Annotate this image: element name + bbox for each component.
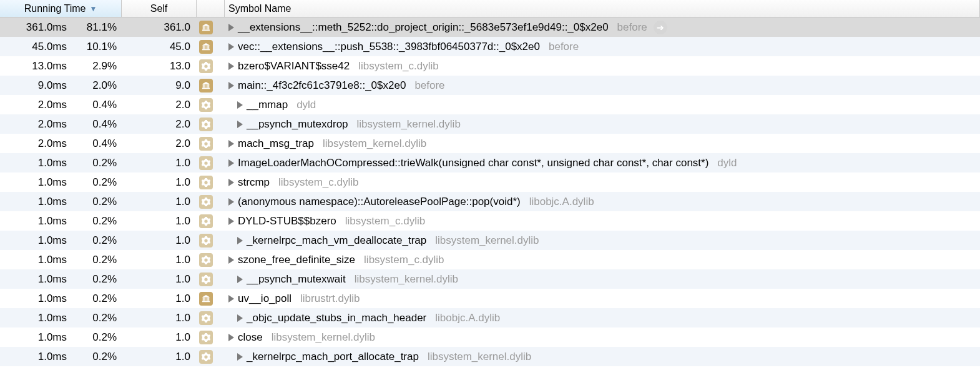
running-time-ms: 2.0ms [17, 118, 73, 131]
table-row[interactable]: 1.0ms0.2%1.0ImageLoaderMachOCompressed::… [0, 153, 980, 172]
table-row[interactable]: 1.0ms0.2%1.0DYLD-STUB$$bzerolibsystem_c.… [0, 211, 980, 231]
gear-icon [199, 253, 213, 267]
cell-self: 1.0 [122, 234, 197, 247]
running-time-ms: 1.0ms [17, 331, 73, 344]
running-time-pct: 0.2% [73, 331, 117, 344]
symbol-library: libsystem_kernel.dylib [355, 273, 458, 286]
running-time-ms: 2.0ms [17, 138, 73, 150]
running-time-ms: 1.0ms [17, 176, 73, 189]
symbol-name: DYLD-STUB$$bzero [238, 215, 336, 228]
svg-rect-9 [207, 45, 208, 49]
symbol-name: ImageLoaderMachOCompressed::trieWalk(uns… [238, 157, 708, 169]
cell-symbol: closelibsystem_kernel.dylib [225, 331, 980, 344]
disclosure-triangle-icon[interactable] [228, 179, 234, 186]
running-time-ms: 361.0ms [17, 21, 73, 34]
table-body: 361.0ms81.1%361.0__extensions__::meth_52… [0, 18, 980, 366]
cell-running-time: 1.0ms0.2% [0, 234, 122, 247]
app-icon [199, 40, 213, 54]
symbol-library: libsystem_c.dylib [358, 60, 439, 72]
cell-library-icon [197, 40, 225, 54]
svg-marker-17 [202, 81, 210, 84]
symbol-name: main::_4f3c2fc61c3791e8::_0$x2e0 [238, 79, 406, 92]
cell-symbol: main::_4f3c2fc61c3791e8::_0$x2e0before [225, 79, 980, 92]
cell-symbol: ImageLoaderMachOCompressed::trieWalk(uns… [225, 157, 980, 169]
cell-self: 361.0 [122, 21, 197, 34]
disclosure-triangle-icon[interactable] [237, 237, 243, 244]
svg-marker-5 [202, 23, 210, 26]
symbol-name: strcmp [238, 176, 270, 189]
table-row[interactable]: 45.0ms10.1%45.0vec::__extensions__::push… [0, 37, 980, 56]
cell-library-icon [197, 118, 225, 131]
disclosure-triangle-icon[interactable] [228, 256, 234, 264]
table-row[interactable]: 1.0ms0.2%1.0(anonymous namespace)::Autor… [0, 192, 980, 211]
table-row[interactable]: 1.0ms0.2%1.0szone_free_definite_sizelibs… [0, 250, 980, 269]
table-row[interactable]: 1.0ms0.2%1.0closelibsystem_kernel.dylib [0, 328, 980, 347]
cell-running-time: 45.0ms10.1% [0, 41, 122, 53]
running-time-pct: 0.2% [73, 351, 117, 363]
svg-marker-11 [202, 42, 210, 45]
svg-marker-23 [202, 294, 210, 297]
svg-rect-19 [203, 297, 204, 301]
focus-arrow-icon[interactable]: ➔ [654, 21, 667, 34]
disclosure-triangle-icon[interactable] [237, 276, 243, 283]
table-row[interactable]: 361.0ms81.1%361.0__extensions__::meth_52… [0, 18, 980, 37]
table-row[interactable]: 2.0ms0.4%2.0mach_msg_traplibsystem_kerne… [0, 134, 980, 153]
running-time-pct: 0.4% [73, 138, 117, 150]
disclosure-triangle-icon[interactable] [228, 159, 234, 167]
table-row[interactable]: 2.0ms0.4%2.0__mmapdyld [0, 95, 980, 114]
cell-library-icon [197, 59, 225, 73]
header-running-time-label: Running Time [24, 3, 86, 14]
symbol-name: _kernelrpc_mach_port_allocate_trap [247, 351, 419, 363]
disclosure-triangle-icon[interactable] [228, 82, 234, 89]
table-row[interactable]: 1.0ms0.2%1.0strcmplibsystem_c.dylib [0, 172, 980, 192]
symbol-library: dyld [717, 157, 737, 169]
running-time-pct: 10.1% [73, 41, 117, 53]
disclosure-triangle-icon[interactable] [228, 62, 234, 70]
table-row[interactable]: 1.0ms0.2%1.0_kernelrpc_mach_vm_deallocat… [0, 231, 980, 250]
header-running-time[interactable]: Running Time ▼ [0, 0, 122, 17]
running-time-pct: 0.2% [73, 254, 117, 266]
profiler-table: Running Time ▼ Self Symbol Name 361.0ms8… [0, 0, 980, 366]
header-symbol-name[interactable]: Symbol Name [225, 0, 980, 17]
table-row[interactable]: 1.0ms0.2%1.0_kernelrpc_mach_port_allocat… [0, 347, 980, 366]
disclosure-triangle-icon[interactable] [228, 334, 234, 341]
disclosure-triangle-icon[interactable] [228, 140, 234, 148]
svg-rect-20 [204, 297, 205, 301]
cell-library-icon [197, 176, 225, 189]
table-row[interactable]: 13.0ms2.9%13.0bzero$VARIANT$sse42libsyst… [0, 56, 980, 76]
table-row[interactable]: 9.0ms2.0%9.0main::_4f3c2fc61c3791e8::_0$… [0, 76, 980, 95]
symbol-name: _kernelrpc_mach_vm_deallocate_trap [247, 234, 426, 247]
cell-running-time: 1.0ms0.2% [0, 331, 122, 344]
symbol-library: libsystem_kernel.dylib [357, 118, 461, 131]
symbol-name: __psynch_mutexdrop [247, 118, 348, 131]
svg-rect-22 [208, 297, 210, 301]
running-time-ms: 45.0ms [17, 41, 73, 53]
cell-running-time: 1.0ms0.2% [0, 215, 122, 228]
disclosure-triangle-icon[interactable] [237, 121, 243, 128]
cell-symbol: __psynch_mutexwaitlibsystem_kernel.dylib [225, 273, 980, 286]
cell-self: 1.0 [122, 196, 197, 208]
disclosure-triangle-icon[interactable] [237, 101, 243, 109]
cell-self: 2.0 [122, 138, 197, 150]
cell-self: 1.0 [122, 254, 197, 266]
cell-library-icon [197, 214, 225, 228]
cell-self: 1.0 [122, 176, 197, 189]
gear-icon [199, 137, 213, 151]
header-self[interactable]: Self [122, 0, 197, 17]
disclosure-triangle-icon[interactable] [237, 353, 243, 361]
table-row[interactable]: 1.0ms0.2%1.0__psynch_mutexwaitlibsystem_… [0, 269, 980, 289]
table-row[interactable]: 2.0ms0.4%2.0__psynch_mutexdroplibsystem_… [0, 114, 980, 134]
running-time-ms: 1.0ms [17, 196, 73, 208]
table-row[interactable]: 1.0ms0.2%1.0_objc_update_stubs_in_mach_h… [0, 308, 980, 328]
disclosure-triangle-icon[interactable] [228, 198, 234, 206]
disclosure-triangle-icon[interactable] [228, 24, 234, 31]
running-time-pct: 0.2% [73, 312, 117, 324]
disclosure-triangle-icon[interactable] [228, 218, 234, 225]
cell-running-time: 1.0ms0.2% [0, 273, 122, 286]
disclosure-triangle-icon[interactable] [228, 295, 234, 302]
disclosure-triangle-icon[interactable] [237, 314, 243, 322]
symbol-name: uv__io_poll [238, 292, 292, 305]
sort-descending-icon: ▼ [89, 4, 97, 13]
table-row[interactable]: 1.0ms0.2%1.0uv__io_polllibrustrt.dylib [0, 289, 980, 308]
disclosure-triangle-icon[interactable] [228, 43, 234, 51]
